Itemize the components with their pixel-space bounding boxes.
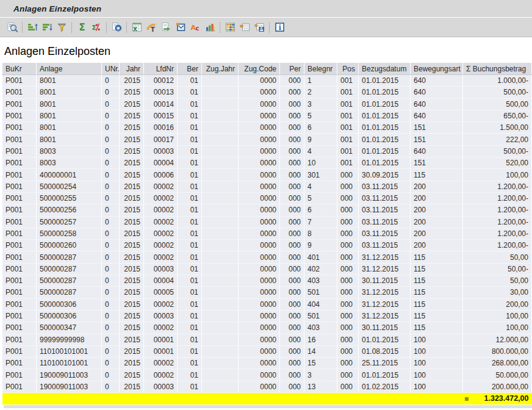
cell-zugjahr[interactable] <box>202 192 239 204</box>
cell-bezugsdatum[interactable]: 31.12.2015 <box>359 251 411 263</box>
cell-bezugsdatum[interactable]: 01.01.2015 <box>359 334 411 345</box>
cell-zugcode[interactable]: 0000 <box>239 334 280 345</box>
cell-per[interactable]: 000 <box>280 251 304 263</box>
cell-zugcode[interactable]: 0000 <box>239 263 280 275</box>
cell-unr[interactable]: 0 <box>102 87 120 98</box>
cell-bewegungsart[interactable]: 200 <box>411 240 463 251</box>
cell-zugjahr[interactable] <box>202 216 239 228</box>
cell-buchungsbetrag[interactable]: 1.000,00- <box>463 75 532 87</box>
cell-pos[interactable]: 000 <box>337 181 359 192</box>
cell-buchungsbetrag[interactable]: 1.200,00- <box>463 204 532 216</box>
cell-jahr[interactable]: 2015 <box>120 192 144 204</box>
cell-bukr[interactable]: P001 <box>2 169 37 181</box>
cell-anlage[interactable]: 8003 <box>37 145 102 157</box>
graphics-icon[interactable] <box>203 20 217 35</box>
filter-icon[interactable] <box>54 20 69 35</box>
cell-bukr[interactable]: P001 <box>2 369 37 381</box>
cell-anlage[interactable]: 500000260 <box>37 240 102 251</box>
cell-per[interactable]: 000 <box>280 381 304 392</box>
cell-zugjahr[interactable] <box>202 334 239 345</box>
sort-ascending-icon[interactable] <box>25 20 40 35</box>
cell-bezugsdatum[interactable]: 01.01.2015 <box>359 75 411 87</box>
cell-anlage[interactable]: 500000256 <box>37 204 102 216</box>
cell-anlage[interactable]: 8001 <box>37 110 102 121</box>
cell-bewegungsart[interactable]: 640 <box>411 87 463 98</box>
cell-zugjahr[interactable] <box>202 75 239 87</box>
cell-bewegungsart[interactable]: 640 <box>411 75 463 87</box>
cell-lfdnr[interactable]: 00012 <box>144 75 178 87</box>
cell-unr[interactable]: 0 <box>102 134 120 145</box>
cell-anlage[interactable]: 400000001 <box>37 169 102 181</box>
cell-bewegungsart[interactable]: 200 <box>411 228 463 239</box>
cell-unr[interactable]: 0 <box>102 322 120 334</box>
cell-pos[interactable]: 000 <box>337 310 359 322</box>
cell-belegnr[interactable]: 6 <box>304 204 337 216</box>
cell-buchungsbetrag[interactable]: 1.200,00- <box>463 192 532 204</box>
cell-jahr[interactable]: 2015 <box>120 251 144 263</box>
cell-anlage[interactable]: 500000258 <box>37 228 102 239</box>
column-header-bukr[interactable]: BuKr <box>2 63 37 75</box>
cell-zugcode[interactable]: 0000 <box>239 322 280 334</box>
cell-zugjahr[interactable] <box>202 358 239 369</box>
cell-bewegungsart[interactable]: 115 <box>411 322 463 334</box>
cell-bukr[interactable]: P001 <box>2 75 37 87</box>
cell-per[interactable]: 000 <box>280 134 304 145</box>
cell-bukr[interactable]: P001 <box>2 310 37 322</box>
cell-ber[interactable]: 01 <box>178 192 202 204</box>
cell-jahr[interactable]: 2015 <box>120 181 144 192</box>
cell-jahr[interactable]: 2015 <box>120 381 144 392</box>
cell-belegnr[interactable]: 501 <box>304 310 337 322</box>
cell-ber[interactable]: 01 <box>178 98 202 110</box>
cell-lfdnr[interactable]: 00006 <box>144 169 178 181</box>
cell-per[interactable]: 000 <box>280 192 304 204</box>
cell-buchungsbetrag[interactable]: 100,00 <box>463 310 532 322</box>
cell-pos[interactable]: 000 <box>337 381 359 392</box>
abc-analysis-icon[interactable]: Ac <box>188 20 203 35</box>
cell-lfdnr[interactable]: 00015 <box>144 110 178 121</box>
cell-buchungsbetrag[interactable]: 50,00 <box>463 251 532 263</box>
cell-bezugsdatum[interactable]: 01.01.2015 <box>359 110 411 121</box>
column-header-ber[interactable]: Ber <box>178 63 202 75</box>
cell-per[interactable]: 000 <box>280 228 304 239</box>
cell-per[interactable]: 000 <box>280 334 304 345</box>
cell-zugcode[interactable]: 0000 <box>239 275 280 287</box>
cell-jahr[interactable]: 2015 <box>120 157 144 169</box>
cell-zugcode[interactable]: 0000 <box>239 110 280 121</box>
cell-belegnr[interactable]: 1 <box>304 75 337 87</box>
cell-belegnr[interactable]: 301 <box>304 169 337 181</box>
cell-jahr[interactable]: 2015 <box>120 240 144 251</box>
cell-per[interactable]: 000 <box>280 345 304 357</box>
cell-bukr[interactable]: P001 <box>2 298 37 310</box>
cell-lfdnr[interactable]: 00002 <box>144 358 178 369</box>
cell-unr[interactable]: 0 <box>102 169 120 181</box>
cell-buchungsbetrag[interactable]: 30,00 <box>463 287 532 298</box>
cell-bewegungsart[interactable]: 100 <box>411 334 463 345</box>
cell-zugcode[interactable]: 0000 <box>239 98 280 110</box>
details-icon[interactable] <box>5 20 20 35</box>
cell-per[interactable]: 000 <box>280 358 304 369</box>
cell-jahr[interactable]: 2015 <box>120 87 144 98</box>
cell-pos[interactable]: 000 <box>337 275 359 287</box>
cell-buchungsbetrag[interactable]: 100,00 <box>463 169 532 181</box>
cell-jahr[interactable]: 2015 <box>120 216 144 228</box>
total-icon[interactable]: Σ <box>74 20 89 35</box>
cell-pos[interactable]: 000 <box>337 204 359 216</box>
total-amount-cell[interactable]: 1.323.472,00 <box>463 393 532 405</box>
cell-bewegungsart[interactable]: 115 <box>411 169 463 181</box>
cell-bukr[interactable]: P001 <box>2 145 37 157</box>
cell-ber[interactable]: 01 <box>178 251 202 263</box>
cell-lfdnr[interactable]: 00002 <box>144 181 178 192</box>
cell-ber[interactable]: 01 <box>178 204 202 216</box>
column-header-zugcode[interactable]: Zug.Code <box>239 63 280 75</box>
cell-zugcode[interactable]: 0000 <box>239 369 280 381</box>
cell-anlage[interactable]: 8003 <box>37 157 102 169</box>
cell-pos[interactable]: 000 <box>337 369 359 381</box>
cell-zugcode[interactable]: 0000 <box>239 228 280 239</box>
cell-pos[interactable]: 000 <box>337 192 359 204</box>
cell-zugjahr[interactable] <box>202 263 239 275</box>
cell-pos[interactable]: 001 <box>337 110 359 121</box>
cell-unr[interactable]: 0 <box>102 122 120 134</box>
cell-pos[interactable]: 001 <box>337 87 359 98</box>
cell-ber[interactable]: 01 <box>178 310 202 322</box>
cell-bewegungsart[interactable]: 200 <box>411 204 463 216</box>
